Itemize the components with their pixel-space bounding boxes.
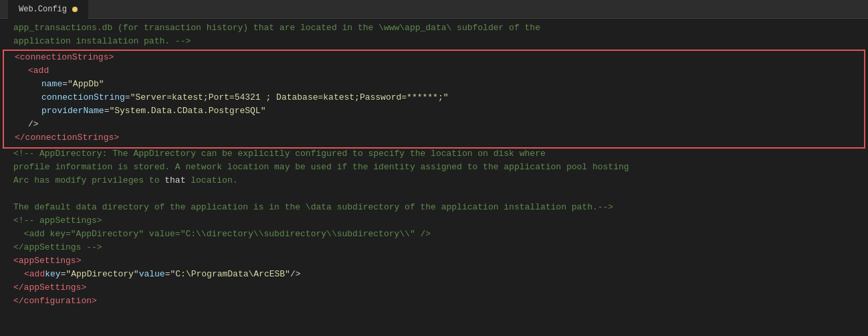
code-line: <add key="AppDirectory" value="C:\Progra… <box>0 269 868 282</box>
code-line: <!-- appSettings> <box>0 216 868 229</box>
code-line: The default data directory of the applic… <box>0 202 868 216</box>
code-line: </configuration> <box>0 296 868 309</box>
code-line: <add <box>4 66 864 79</box>
code-line: <appSettings> <box>0 256 868 269</box>
code-line: </connectionStrings> <box>4 133 864 146</box>
code-line <box>0 189 868 202</box>
code-line: name="AppDb" <box>4 79 864 92</box>
code-editor: app_transactions.db (for transaction his… <box>0 19 868 336</box>
tab-label: Web.Config <box>19 5 67 14</box>
code-line: profile information is stored. A network… <box>0 162 868 175</box>
code-line: </appSettings --> <box>0 242 868 256</box>
code-line: application installation path. --> <box>0 36 868 50</box>
code-line: Arc has modify privileges to that locati… <box>0 175 868 189</box>
code-line: <!-- AppDirectory: The AppDirectory can … <box>0 149 868 162</box>
code-line: providerName="System.Data.CData.PostgreS… <box>4 106 864 119</box>
code-line: <connectionStrings> <box>4 52 864 66</box>
code-line: app_transactions.db (for transaction his… <box>0 23 868 36</box>
tab-modified-indicator <box>72 7 78 12</box>
code-line: connectionString="Server=katest;Port=543… <box>4 92 864 106</box>
code-line: <add key="AppDirectory" value="C:\\direc… <box>0 229 868 242</box>
code-line: </appSettings> <box>0 282 868 296</box>
title-bar: Web.Config <box>0 0 868 19</box>
connection-strings-block: <connectionStrings> <add name="AppDb" co… <box>3 50 865 149</box>
editor-tab[interactable]: Web.Config <box>8 0 88 19</box>
code-line: /> <box>4 119 864 133</box>
